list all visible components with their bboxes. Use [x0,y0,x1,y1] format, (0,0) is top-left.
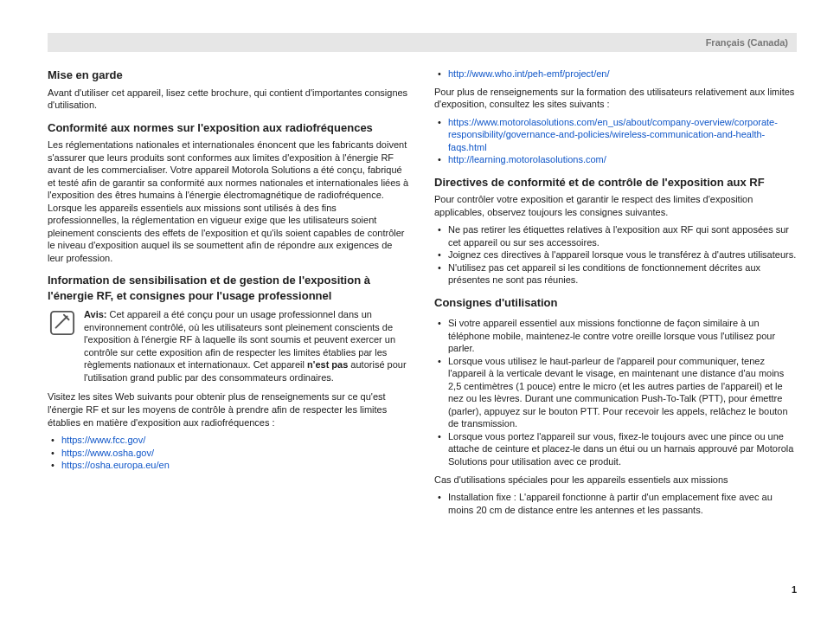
link[interactable]: https://osha.europa.eu/en [61,460,170,470]
paragraph: Pour plus de renseignements sur la forma… [434,86,797,111]
heading-consignes: Consignes d'utilisation [434,295,797,311]
header-language: Français (Canada) [706,37,788,48]
notice-emphasis: n'est pas [307,359,348,370]
link-list: http://www.who.int/peh-emf/project/en/ [434,68,797,81]
notice-box: Avis: Cet appareil a été conçu pour un u… [48,308,410,384]
list-item: https://osha.europa.eu/en [48,459,410,472]
bullet-list: Ne pas retirer les étiquettes relatives … [434,223,797,287]
left-column: Mise en garde Avant d'utiliser cet appar… [48,68,410,521]
list-item: https://www.fcc.gov/ [48,434,410,447]
right-column: http://www.who.int/peh-emf/project/en/ P… [434,68,797,521]
notice-label: Avis: [84,309,107,319]
heading-mise-en-garde: Mise en garde [48,68,410,83]
page-number: 1 [792,584,797,595]
link[interactable]: https://www.motorolasolutions.com/en_us/… [448,117,778,152]
paragraph: Avant d'utiliser cet appareil, lisez cet… [48,87,410,112]
link[interactable]: https://www.fcc.gov/ [61,435,145,445]
svg-rect-0 [51,312,74,334]
link[interactable]: http://www.who.int/peh-emf/project/en/ [448,68,609,79]
list-item: https://www.motorolasolutions.com/en_us/… [434,116,797,154]
bullet-list: Installation fixe : L'appareil fonctionn… [434,491,797,516]
list-item: Lorsque vous portez l'appareil sur vous,… [434,430,797,468]
paragraph: Les réglementations nationales et intern… [48,139,410,264]
link-list: https://www.motorolasolutions.com/en_us/… [434,116,797,166]
paragraph: Visitez les sites Web suivants pour obte… [48,390,410,429]
link[interactable]: http://learning.motorolasolutions.com/ [448,154,606,164]
link[interactable]: https://www.osha.gov/ [61,448,154,458]
note-icon [48,308,77,384]
list-item: Joignez ces directives à l'appareil lors… [434,248,797,261]
heading-directives: Directives de conformité et de contrôle … [434,175,797,190]
link-list: https://www.fcc.gov/ https://www.osha.go… [48,434,410,472]
content-columns: Mise en garde Avant d'utiliser cet appar… [48,68,797,521]
heading-conformite: Conformité aux normes sur l'exposition a… [48,120,410,136]
paragraph: Cas d'utilisations spéciales pour les ap… [434,474,797,487]
list-item: Lorsque vous utilisez le haut-parleur de… [434,355,797,430]
list-item: Installation fixe : L'appareil fonctionn… [434,491,797,516]
notice-text: Avis: Cet appareil a été conçu pour un u… [84,308,410,384]
document-page: Français (Canada) Mise en garde Avant d'… [0,0,840,619]
list-item: http://www.who.int/peh-emf/project/en/ [434,68,797,81]
list-item: Ne pas retirer les étiquettes relatives … [434,223,797,248]
heading-information: Information de sensibilisation et de ges… [48,273,410,303]
paragraph: Pour contrôler votre exposition et garan… [434,193,797,218]
header-bar: Français (Canada) [48,33,797,52]
list-item: https://www.osha.gov/ [48,447,410,460]
list-item: http://learning.motorolasolutions.com/ [434,153,797,166]
bullet-list: Si votre appareil essentiel aux missions… [434,317,797,467]
list-item: Si votre appareil essentiel aux missions… [434,317,797,355]
list-item: N'utilisez pas cet appareil si les condi… [434,261,797,287]
